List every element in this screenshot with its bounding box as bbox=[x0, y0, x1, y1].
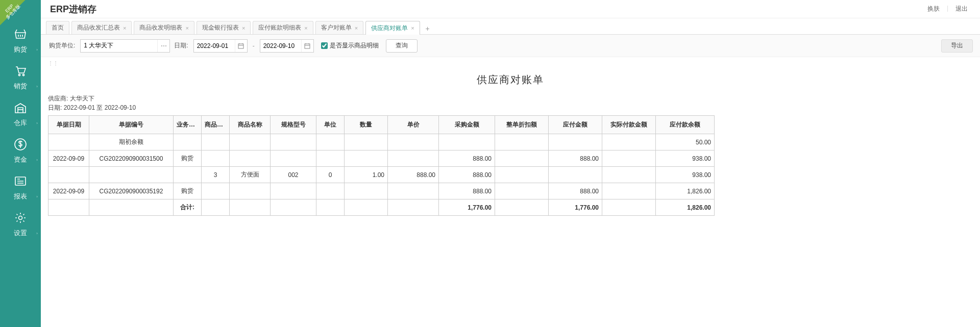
cell-price bbox=[388, 183, 439, 199]
col-pname: 商品名称 bbox=[230, 116, 271, 134]
basket-icon bbox=[13, 27, 28, 42]
close-icon[interactable]: × bbox=[411, 25, 414, 31]
supplier-label: 供应商: bbox=[48, 95, 70, 102]
date-from-wrap bbox=[193, 39, 248, 53]
close-icon[interactable]: × bbox=[355, 25, 358, 31]
cell-unit bbox=[316, 134, 345, 150]
cell-spec bbox=[271, 183, 316, 199]
col-discount: 整单折扣额 bbox=[495, 116, 549, 134]
tab-home[interactable]: 首页 bbox=[46, 21, 69, 34]
report-meta: 供应商: 大华天下 日期: 2022-09-01 至 2022-09-10 bbox=[48, 94, 973, 112]
close-icon[interactable]: × bbox=[242, 25, 245, 31]
cell-discount bbox=[495, 183, 549, 199]
tab-goods-detail[interactable]: 商品收发明细表 × bbox=[134, 21, 194, 34]
tab-customer-statement[interactable]: 客户对账单 × bbox=[315, 21, 363, 34]
cell-discount bbox=[495, 167, 549, 183]
date-from-input[interactable] bbox=[194, 40, 235, 52]
tab-payable-detail[interactable]: 应付账款明细表 × bbox=[253, 21, 313, 34]
cell-pid: 3 bbox=[202, 167, 230, 183]
cell-amount: 888.00 bbox=[439, 150, 495, 167]
date-to-wrap bbox=[260, 39, 314, 53]
drag-handle[interactable]: ⋮⋮ bbox=[48, 59, 973, 68]
warehouse-icon bbox=[13, 100, 28, 115]
cell-no: 期初余额 bbox=[89, 134, 174, 150]
chevron-right-icon: › bbox=[36, 121, 38, 125]
close-icon[interactable]: × bbox=[185, 25, 188, 31]
col-spacer bbox=[715, 116, 973, 134]
sidebar-item-warehouse[interactable]: 仓库 › bbox=[0, 94, 41, 131]
cell-price bbox=[388, 150, 439, 167]
divider: | bbox=[947, 5, 948, 13]
cell-unit bbox=[316, 183, 345, 199]
query-button[interactable]: 查询 bbox=[386, 39, 418, 53]
cell-balance: 50.00 bbox=[656, 134, 715, 150]
tab-label: 供应商对账单 bbox=[371, 24, 408, 33]
tab-cash-bank[interactable]: 现金银行报表 × bbox=[197, 21, 251, 34]
cell-payable bbox=[549, 134, 602, 150]
close-icon[interactable]: × bbox=[304, 25, 307, 31]
tab-goods-summary[interactable]: 商品收发汇总表 × bbox=[71, 21, 132, 34]
sidebar-item-settings[interactable]: 设置 › bbox=[0, 204, 41, 241]
tab-label: 商品收发汇总表 bbox=[77, 23, 120, 32]
col-unit: 单位 bbox=[316, 116, 345, 134]
cell-paid bbox=[602, 183, 656, 199]
sidebar-item-purchase[interactable]: 购货 › bbox=[0, 20, 41, 57]
cell-pname bbox=[230, 134, 271, 150]
date-to-input[interactable] bbox=[260, 40, 301, 52]
cell-date: 2022-09-09 bbox=[48, 150, 89, 167]
calendar-icon[interactable] bbox=[301, 40, 313, 52]
total-amount: 1,776.00 bbox=[439, 199, 495, 216]
col-payable: 应付金额 bbox=[549, 116, 602, 134]
cell-pid bbox=[202, 134, 230, 150]
change-skin-link[interactable]: 换肤 bbox=[927, 5, 940, 13]
cell-paid bbox=[602, 150, 656, 167]
calendar-icon[interactable] bbox=[235, 40, 247, 52]
report-icon bbox=[13, 173, 28, 189]
tab-label: 客户对账单 bbox=[321, 23, 352, 32]
close-icon[interactable]: × bbox=[123, 25, 126, 31]
cell-type: 购货 bbox=[174, 150, 202, 167]
report-title: 供应商对账单 bbox=[48, 73, 973, 87]
sidebar: ERP多仓库版 购货 › 销货 › 仓库 bbox=[0, 0, 41, 327]
gear-icon bbox=[13, 210, 28, 225]
date-label: 日期: bbox=[174, 41, 188, 50]
tab-supplier-statement[interactable]: 供应商对账单 × bbox=[365, 21, 420, 35]
tab-bar: 首页 商品收发汇总表 × 商品收发明细表 × 现金银行报表 × 应付账款明细表 … bbox=[41, 18, 980, 35]
report-table: 单据日期 单据编号 业务类别 商品编号 商品名称 规格型号 单位 数量 单价 采… bbox=[48, 115, 973, 216]
cell-qty bbox=[345, 150, 388, 167]
show-detail-label: 是否显示商品明细 bbox=[330, 41, 379, 50]
cell-unit bbox=[316, 150, 345, 167]
sidebar-item-report[interactable]: 报表 › bbox=[0, 167, 41, 204]
sidebar-item-finance[interactable]: 资金 › bbox=[0, 131, 41, 167]
table-total-row: 合计: 1,776.00 1,776.00 1,826.00 bbox=[48, 199, 973, 216]
total-payable: 1,776.00 bbox=[549, 199, 602, 216]
cell-discount bbox=[495, 150, 549, 167]
total-label: 合计: bbox=[174, 199, 202, 216]
add-tab-button[interactable]: + bbox=[422, 23, 433, 34]
ellipsis-icon[interactable]: ⋯ bbox=[157, 40, 169, 52]
col-pid: 商品编号 bbox=[202, 116, 230, 134]
sidebar-item-sales[interactable]: 销货 › bbox=[0, 57, 41, 94]
cell-spec: 002 bbox=[271, 167, 316, 183]
logout-link[interactable]: 退出 bbox=[955, 5, 968, 13]
cell-spec bbox=[271, 150, 316, 167]
supplier-value: 大华天下 bbox=[70, 95, 94, 102]
unit-label: 购货单位: bbox=[49, 41, 75, 50]
export-button[interactable]: 导出 bbox=[941, 39, 973, 53]
show-detail-checkbox[interactable] bbox=[321, 42, 328, 49]
show-detail-checkbox-wrap[interactable]: 是否显示商品明细 bbox=[321, 41, 379, 50]
app-title: ERP进销存 bbox=[47, 3, 96, 15]
cell-balance: 938.00 bbox=[656, 150, 715, 167]
main: ERP进销存 换肤 | 退出 首页 商品收发汇总表 × 商品收发明细表 × 现金… bbox=[41, 0, 980, 327]
unit-input[interactable] bbox=[81, 40, 157, 52]
col-amount: 采购金额 bbox=[439, 116, 495, 134]
tab-label: 商品收发明细表 bbox=[139, 23, 182, 32]
col-qty: 数量 bbox=[345, 116, 388, 134]
cell-spec bbox=[271, 134, 316, 150]
cell-qty bbox=[345, 134, 388, 150]
cell-amount: 888.00 bbox=[439, 167, 495, 183]
chevron-right-icon: › bbox=[36, 194, 38, 199]
table-row: 期初余额50.00 bbox=[48, 134, 973, 150]
cell-no: CG2022090900031500 bbox=[89, 150, 174, 167]
cell-payable: 888.00 bbox=[549, 183, 602, 199]
